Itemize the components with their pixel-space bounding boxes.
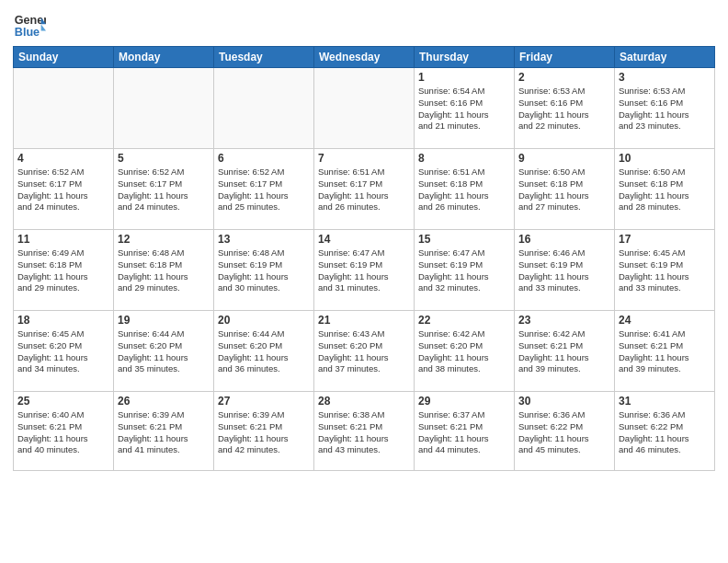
day-number: 29 [418, 395, 510, 408]
svg-text:Blue: Blue [15, 26, 40, 39]
day-info: Sunrise: 6:54 AM Sunset: 6:16 PM Dayligh… [418, 86, 510, 132]
day-info: Sunrise: 6:49 AM Sunset: 6:18 PM Dayligh… [17, 247, 109, 294]
day-info: Sunrise: 6:50 AM Sunset: 6:18 PM Dayligh… [619, 167, 711, 213]
day-cell: 31Sunrise: 6:36 AM Sunset: 6:22 PM Dayli… [615, 392, 715, 471]
day-number: 4 [17, 152, 109, 165]
day-header-tuesday: Tuesday [214, 47, 314, 68]
day-info: Sunrise: 6:47 AM Sunset: 6:19 PM Dayligh… [418, 247, 510, 294]
day-cell [14, 68, 114, 149]
day-cell: 11Sunrise: 6:49 AM Sunset: 6:18 PM Dayli… [14, 230, 114, 311]
day-number: 21 [318, 314, 410, 327]
day-info: Sunrise: 6:52 AM Sunset: 6:17 PM Dayligh… [17, 167, 109, 213]
day-number: 5 [118, 152, 210, 165]
day-header-wednesday: Wednesday [314, 47, 415, 68]
day-cell: 18Sunrise: 6:45 AM Sunset: 6:20 PM Dayli… [14, 311, 114, 392]
day-info: Sunrise: 6:40 AM Sunset: 6:21 PM Dayligh… [17, 409, 109, 456]
day-number: 28 [318, 395, 410, 408]
logo: General Blue [13, 9, 46, 42]
day-header-saturday: Saturday [615, 47, 715, 68]
day-number: 15 [418, 233, 510, 246]
day-cell: 26Sunrise: 6:39 AM Sunset: 6:21 PM Dayli… [114, 392, 214, 471]
day-info: Sunrise: 6:36 AM Sunset: 6:22 PM Dayligh… [518, 409, 610, 456]
day-number: 10 [619, 152, 711, 165]
day-number: 22 [418, 314, 510, 327]
day-cell: 16Sunrise: 6:46 AM Sunset: 6:19 PM Dayli… [515, 230, 615, 311]
day-number: 17 [619, 233, 711, 246]
day-cell: 14Sunrise: 6:47 AM Sunset: 6:19 PM Dayli… [314, 230, 415, 311]
day-cell: 21Sunrise: 6:43 AM Sunset: 6:20 PM Dayli… [314, 311, 415, 392]
day-info: Sunrise: 6:46 AM Sunset: 6:19 PM Dayligh… [518, 247, 610, 294]
day-info: Sunrise: 6:44 AM Sunset: 6:20 PM Dayligh… [218, 328, 310, 375]
day-info: Sunrise: 6:52 AM Sunset: 6:17 PM Dayligh… [218, 167, 310, 213]
day-cell: 28Sunrise: 6:38 AM Sunset: 6:21 PM Dayli… [314, 392, 415, 471]
day-info: Sunrise: 6:47 AM Sunset: 6:19 PM Dayligh… [318, 247, 410, 294]
header: General Blue [13, 9, 715, 42]
page: General Blue SundayMondayTuesdayWednesda… [0, 0, 728, 563]
day-number: 3 [619, 71, 711, 84]
day-info: Sunrise: 6:53 AM Sunset: 6:16 PM Dayligh… [518, 86, 610, 132]
day-info: Sunrise: 6:51 AM Sunset: 6:17 PM Dayligh… [318, 167, 410, 213]
day-header-friday: Friday [515, 47, 615, 68]
day-cell: 5Sunrise: 6:52 AM Sunset: 6:17 PM Daylig… [114, 149, 214, 230]
day-cell: 22Sunrise: 6:42 AM Sunset: 6:20 PM Dayli… [415, 311, 515, 392]
day-info: Sunrise: 6:37 AM Sunset: 6:21 PM Dayligh… [418, 409, 510, 456]
day-number: 23 [518, 314, 610, 327]
day-number: 7 [318, 152, 410, 165]
day-cell: 7Sunrise: 6:51 AM Sunset: 6:17 PM Daylig… [314, 149, 415, 230]
day-cell: 17Sunrise: 6:45 AM Sunset: 6:19 PM Dayli… [615, 230, 715, 311]
day-number: 27 [218, 395, 310, 408]
day-cell: 30Sunrise: 6:36 AM Sunset: 6:22 PM Dayli… [515, 392, 615, 471]
day-header-sunday: Sunday [14, 47, 114, 68]
day-number: 6 [218, 152, 310, 165]
day-number: 30 [518, 395, 610, 408]
day-cell: 24Sunrise: 6:41 AM Sunset: 6:21 PM Dayli… [615, 311, 715, 392]
day-header-thursday: Thursday [415, 47, 515, 68]
day-cell [314, 68, 415, 149]
day-number: 8 [418, 152, 510, 165]
day-cell: 20Sunrise: 6:44 AM Sunset: 6:20 PM Dayli… [214, 311, 314, 392]
day-number: 19 [118, 314, 210, 327]
day-number: 11 [17, 233, 109, 246]
day-number: 25 [17, 395, 109, 408]
day-cell: 3Sunrise: 6:53 AM Sunset: 6:16 PM Daylig… [615, 68, 715, 149]
day-number: 20 [218, 314, 310, 327]
day-number: 12 [118, 233, 210, 246]
day-info: Sunrise: 6:43 AM Sunset: 6:20 PM Dayligh… [318, 328, 410, 375]
day-cell: 4Sunrise: 6:52 AM Sunset: 6:17 PM Daylig… [14, 149, 114, 230]
day-info: Sunrise: 6:38 AM Sunset: 6:21 PM Dayligh… [318, 409, 410, 456]
day-number: 26 [118, 395, 210, 408]
calendar-table: SundayMondayTuesdayWednesdayThursdayFrid… [13, 46, 715, 471]
day-cell: 25Sunrise: 6:40 AM Sunset: 6:21 PM Dayli… [14, 392, 114, 471]
day-info: Sunrise: 6:52 AM Sunset: 6:17 PM Dayligh… [118, 167, 210, 213]
day-info: Sunrise: 6:53 AM Sunset: 6:16 PM Dayligh… [619, 86, 711, 132]
day-cell: 27Sunrise: 6:39 AM Sunset: 6:21 PM Dayli… [214, 392, 314, 471]
day-info: Sunrise: 6:39 AM Sunset: 6:21 PM Dayligh… [218, 409, 310, 456]
day-info: Sunrise: 6:50 AM Sunset: 6:18 PM Dayligh… [518, 167, 610, 213]
day-cell [214, 68, 314, 149]
day-number: 14 [318, 233, 410, 246]
day-info: Sunrise: 6:45 AM Sunset: 6:20 PM Dayligh… [17, 328, 109, 375]
day-cell: 2Sunrise: 6:53 AM Sunset: 6:16 PM Daylig… [515, 68, 615, 149]
day-cell: 12Sunrise: 6:48 AM Sunset: 6:18 PM Dayli… [114, 230, 214, 311]
day-info: Sunrise: 6:36 AM Sunset: 6:22 PM Dayligh… [619, 409, 711, 456]
logo-icon: General Blue [13, 9, 46, 42]
day-info: Sunrise: 6:48 AM Sunset: 6:19 PM Dayligh… [218, 247, 310, 294]
day-cell: 8Sunrise: 6:51 AM Sunset: 6:18 PM Daylig… [415, 149, 515, 230]
day-cell: 10Sunrise: 6:50 AM Sunset: 6:18 PM Dayli… [615, 149, 715, 230]
day-number: 1 [418, 71, 510, 84]
day-cell: 23Sunrise: 6:42 AM Sunset: 6:21 PM Dayli… [515, 311, 615, 392]
day-cell: 1Sunrise: 6:54 AM Sunset: 6:16 PM Daylig… [415, 68, 515, 149]
day-info: Sunrise: 6:41 AM Sunset: 6:21 PM Dayligh… [619, 328, 711, 375]
day-number: 18 [17, 314, 109, 327]
day-cell: 29Sunrise: 6:37 AM Sunset: 6:21 PM Dayli… [415, 392, 515, 471]
day-info: Sunrise: 6:48 AM Sunset: 6:18 PM Dayligh… [118, 247, 210, 294]
day-number: 2 [518, 71, 610, 84]
day-cell: 6Sunrise: 6:52 AM Sunset: 6:17 PM Daylig… [214, 149, 314, 230]
day-info: Sunrise: 6:39 AM Sunset: 6:21 PM Dayligh… [118, 409, 210, 456]
day-header-monday: Monday [114, 47, 214, 68]
day-number: 13 [218, 233, 310, 246]
day-number: 31 [619, 395, 711, 408]
day-cell: 15Sunrise: 6:47 AM Sunset: 6:19 PM Dayli… [415, 230, 515, 311]
day-info: Sunrise: 6:51 AM Sunset: 6:18 PM Dayligh… [418, 167, 510, 213]
day-info: Sunrise: 6:44 AM Sunset: 6:20 PM Dayligh… [118, 328, 210, 375]
